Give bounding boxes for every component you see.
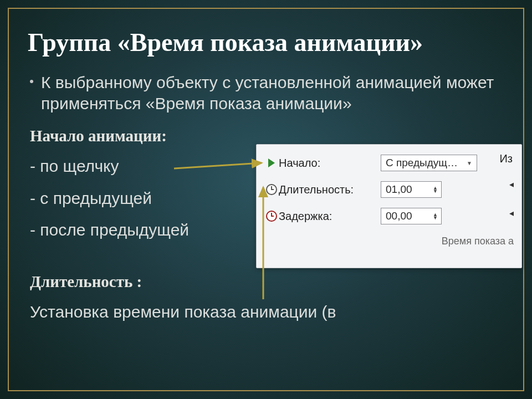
slide-title: Группа «Время показа анимации» — [28, 28, 504, 57]
chevron-down-icon: ▼ — [467, 160, 472, 166]
delay-spinner[interactable]: 00,00 ▲▼ — [381, 208, 442, 224]
duration-heading: Длительность : — [30, 272, 504, 291]
duration-value: 01,00 — [386, 183, 412, 196]
spinner-buttons-icon: ▲▼ — [433, 213, 438, 219]
duration-text: Установка времени показа анимации (в — [30, 301, 504, 323]
label-delay: Задержка: — [279, 210, 381, 223]
spinner-buttons-icon: ▲▼ — [433, 187, 438, 193]
delay-value: 00,00 — [386, 210, 412, 222]
row-start: Начало: С предыдущ… ▼ — [264, 154, 514, 172]
label-start: Начало: — [279, 157, 381, 170]
clock-red-icon — [264, 211, 279, 222]
bullet-text: К выбранному объекту с установленной ани… — [41, 72, 504, 114]
cut-spinners: ◂ ◂ — [509, 178, 519, 219]
label-duration: Длительность: — [279, 183, 381, 196]
panel-caption: Время показа а — [264, 236, 514, 247]
partial-arrow-icon: ◂ — [509, 207, 519, 219]
slide: Группа «Время показа анимации» К выбранн… — [0, 0, 532, 399]
row-duration: Длительность: 01,00 ▲▼ — [264, 180, 514, 199]
timing-panel: Начало: С предыдущ… ▼ Длительность: 01,0… — [256, 144, 522, 268]
partial-arrow-icon: ◂ — [509, 178, 519, 190]
play-icon — [264, 158, 279, 167]
duration-spinner[interactable]: 01,00 ▲▼ — [381, 181, 442, 198]
start-dropdown[interactable]: С предыдущ… ▼ — [381, 155, 477, 171]
bullet-main: К выбранному объекту с установленной ани… — [30, 72, 504, 114]
start-heading: Начало анимации: — [30, 126, 504, 146]
row-delay: Задержка: 00,00 ▲▼ — [264, 207, 514, 226]
bullet-icon — [30, 80, 33, 83]
clock-icon — [264, 184, 279, 195]
start-dropdown-value: С предыдущ… — [386, 157, 458, 169]
cut-text-right: Из — [499, 152, 513, 165]
